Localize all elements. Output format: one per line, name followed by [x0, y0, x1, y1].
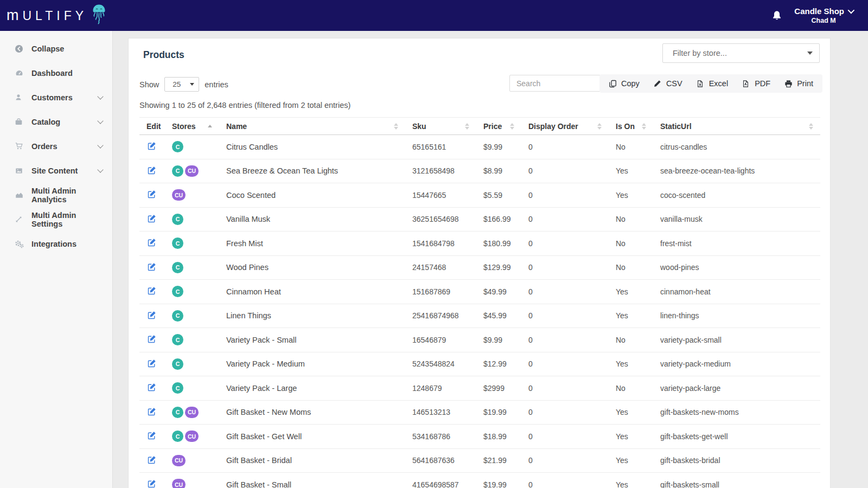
- copy-button[interactable]: Copy: [602, 74, 647, 93]
- account-menu[interactable]: Candle Shop Chad M: [794, 7, 853, 24]
- product-display-order: 0: [521, 384, 609, 393]
- product-display-order: 0: [521, 336, 609, 344]
- store-badge-cu: CU: [185, 431, 199, 442]
- pencil-icon: [654, 80, 662, 88]
- brand-logo-text: mULTIFY: [7, 7, 87, 24]
- edit-icon[interactable]: [148, 286, 156, 295]
- edit-icon[interactable]: [148, 166, 156, 175]
- entries-label: entries: [205, 80, 228, 89]
- page-length-select[interactable]: 25: [164, 77, 199, 92]
- edit-icon[interactable]: [148, 190, 156, 198]
- product-display-order: 0: [521, 263, 609, 272]
- product-static-url: frest-mist: [653, 239, 820, 248]
- column-header-name[interactable]: Name: [219, 118, 405, 134]
- sidebar-item-label: Multi Admin Settings: [31, 211, 103, 228]
- product-sku: 16546879: [405, 336, 476, 344]
- product-is-on: No: [609, 239, 653, 248]
- edit-icon[interactable]: [148, 383, 156, 391]
- image-icon: [15, 166, 24, 175]
- dashboard-icon: [15, 69, 24, 78]
- filter-by-store-select[interactable]: Filter by store...: [662, 43, 820, 63]
- store-badges: C: [165, 141, 219, 152]
- product-is-on: No: [609, 384, 653, 393]
- edit-icon[interactable]: [148, 142, 156, 150]
- store-badge-cu: CU: [185, 407, 199, 418]
- sort-asc-icon: [208, 125, 212, 127]
- column-header-label: Stores: [172, 122, 196, 131]
- product-price: $18.99: [476, 432, 521, 441]
- store-badges: CCU: [165, 407, 219, 418]
- csv-button[interactable]: CSV: [647, 74, 690, 93]
- print-button[interactable]: Print: [777, 74, 820, 93]
- filter-by-store-placeholder: Filter by store...: [673, 49, 807, 57]
- edit-icon[interactable]: [148, 455, 156, 464]
- table-row: CU Gift Basket - Small 41654698587 $19.9…: [139, 473, 820, 488]
- sidebar-item-site-content[interactable]: Site Content: [0, 158, 112, 183]
- store-badges: CU: [165, 189, 219, 201]
- export-button-group: CopyCSVExcelPDFPrint: [599, 74, 822, 93]
- column-header-sku[interactable]: Sku: [405, 118, 476, 134]
- products-table: EditStoresNameSkuPriceDisplay OrderIs On…: [139, 117, 820, 488]
- product-name: Variety Pack - Large: [219, 384, 405, 393]
- edit-icon[interactable]: [148, 359, 156, 368]
- product-static-url: gift-baskets-new-moms: [653, 408, 820, 416]
- product-name: Cinnamon Heat: [219, 287, 405, 296]
- column-header-price[interactable]: Price: [476, 118, 521, 134]
- edit-icon[interactable]: [148, 431, 156, 440]
- product-static-url: sea-breeze-ocean-tea-lights: [653, 166, 820, 175]
- column-header-stores[interactable]: Stores: [165, 118, 219, 134]
- column-header-staticurl[interactable]: StaticUrl: [653, 118, 820, 134]
- table-row: CU Gift Basket - Bridal 5641687636 $21.9…: [139, 449, 820, 473]
- brand-logo[interactable]: mULTIFY: [7, 3, 107, 28]
- product-display-order: 0: [521, 311, 609, 320]
- edit-icon[interactable]: [148, 262, 156, 271]
- sort-both-icon: [510, 123, 514, 130]
- edit-icon[interactable]: [148, 311, 156, 319]
- products-panel: Products Filter by store... Show 25 entr…: [128, 38, 831, 488]
- sidebar-item-customers[interactable]: Customers: [0, 85, 112, 110]
- edit-icon[interactable]: [148, 238, 156, 247]
- sidebar-item-multi-admin-analytics[interactable]: Multi Admin Analytics: [0, 183, 112, 207]
- sidebar-item-collapse[interactable]: Collapse: [0, 36, 112, 61]
- excel-button[interactable]: Excel: [690, 74, 735, 93]
- table-info-text: Showing 1 to 25 of 2,648 entries (filter…: [139, 101, 819, 110]
- product-display-order: 0: [521, 215, 609, 223]
- sidebar-item-catalog[interactable]: Catalog: [0, 110, 112, 134]
- edit-icon[interactable]: [148, 214, 156, 223]
- product-name: Gift Basket - Get Well: [219, 432, 405, 441]
- product-name: Variety Pack - Medium: [219, 359, 405, 368]
- product-is-on: Yes: [609, 359, 653, 368]
- chevron-down-icon: [97, 93, 103, 99]
- sidebar-item-orders[interactable]: Orders: [0, 134, 112, 158]
- notifications-bell-icon[interactable]: [771, 10, 782, 22]
- main-content-area: Products Filter by store... Show 25 entr…: [113, 31, 868, 488]
- edit-icon[interactable]: [148, 335, 156, 343]
- product-static-url: variety-pack-small: [653, 336, 820, 344]
- product-is-on: Yes: [609, 408, 653, 416]
- sidebar-item-multi-admin-settings[interactable]: Multi Admin Settings: [0, 207, 112, 232]
- sidebar-item-dashboard[interactable]: Dashboard: [0, 61, 112, 85]
- column-header-display-order[interactable]: Display Order: [521, 118, 609, 134]
- store-badges: C: [165, 262, 219, 273]
- export-button-label: CSV: [666, 79, 682, 88]
- product-name: Linen Things: [219, 311, 405, 320]
- table-row: CCU Gift Basket - New Moms 146513213 $19…: [139, 401, 820, 425]
- edit-icon[interactable]: [148, 407, 156, 416]
- table-row: C Variety Pack - Large 1248679 $2999 0 N…: [139, 376, 820, 401]
- store-badges: C: [165, 286, 219, 297]
- sidebar-item-integrations[interactable]: Integrations: [0, 232, 112, 256]
- edit-icon[interactable]: [148, 479, 156, 488]
- product-is-on: Yes: [609, 456, 653, 465]
- product-static-url: variety-pack-large: [653, 384, 820, 393]
- product-sku: 65165161: [405, 143, 476, 151]
- pdf-button[interactable]: PDF: [735, 74, 777, 93]
- product-static-url: gift-baskets-small: [653, 480, 820, 488]
- store-badges: C: [165, 382, 219, 394]
- column-header-label: Name: [226, 122, 247, 131]
- sidebar-item-label: Dashboard: [31, 69, 103, 78]
- product-price: $2999: [476, 384, 521, 393]
- column-header-label: Is On: [616, 122, 635, 131]
- column-header-is-on[interactable]: Is On: [609, 118, 653, 134]
- export-button-label: Copy: [621, 79, 640, 88]
- product-is-on: Yes: [609, 191, 653, 200]
